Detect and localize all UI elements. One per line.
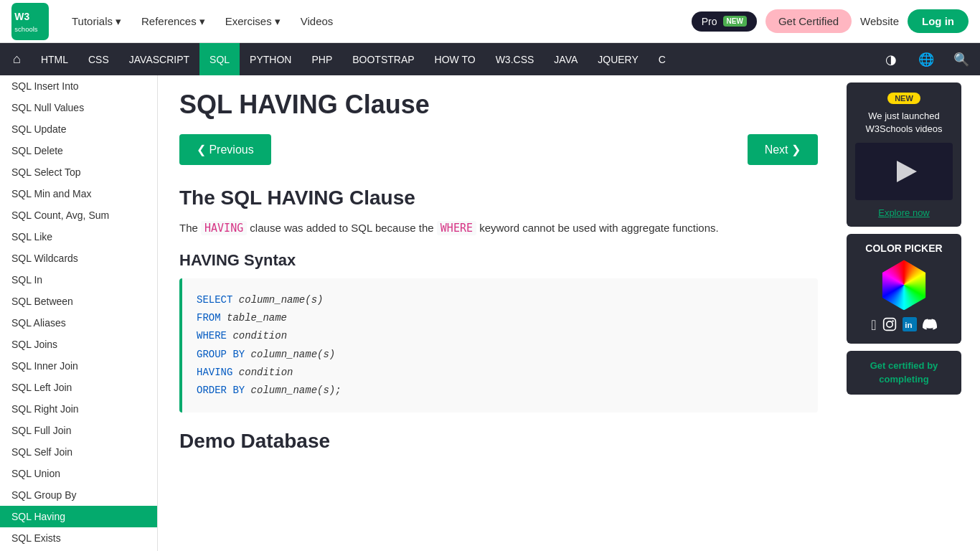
sidebar-item-sql-inner-join[interactable]: SQL Inner Join bbox=[0, 355, 157, 377]
subsection-title: HAVING Syntax bbox=[179, 251, 818, 270]
exercises-nav[interactable]: Exercises ▾ bbox=[217, 9, 289, 34]
css-nav[interactable]: CSS bbox=[78, 43, 119, 75]
sidebar-item-sql-delete[interactable]: SQL Delete bbox=[0, 140, 157, 161]
videos-nav[interactable]: Videos bbox=[292, 9, 342, 34]
sidebar-item-sql-left-join[interactable]: SQL Left Join bbox=[0, 377, 157, 398]
sidebar-item-sql-in[interactable]: SQL In bbox=[0, 269, 157, 291]
sidebar-item-sql-count-avg-sum[interactable]: SQL Count, Avg, Sum bbox=[0, 204, 157, 226]
nav-right: Pro NEW Get Certified Website Log in bbox=[692, 9, 969, 33]
sidebar-item-sql-insert-into[interactable]: SQL Insert Into bbox=[0, 75, 157, 97]
nav-icons-right: ◑ 🌐 🔍 bbox=[875, 43, 977, 75]
howto-nav[interactable]: HOW TO bbox=[425, 43, 486, 75]
svg-point-7 bbox=[892, 321, 894, 323]
cert-green-text: Get certified bbox=[870, 360, 925, 371]
javascript-nav[interactable]: JAVASCRIPT bbox=[119, 43, 199, 75]
php-nav[interactable]: PHP bbox=[301, 43, 342, 75]
main-layout: SQL Insert Into SQL Null Values SQL Upda… bbox=[0, 75, 980, 551]
sidebar: SQL Insert Into SQL Null Values SQL Upda… bbox=[0, 75, 158, 551]
color-wheel[interactable] bbox=[879, 260, 929, 310]
section1-title: The SQL HAVING Clause bbox=[179, 187, 818, 209]
instagram-icon[interactable] bbox=[882, 317, 897, 335]
bootstrap-nav[interactable]: BOOTSTRAP bbox=[342, 43, 424, 75]
sidebar-item-sql-group-by[interactable]: SQL Group By bbox=[0, 484, 157, 506]
sidebar-item-sql-update[interactable]: SQL Update bbox=[0, 118, 157, 140]
w3css-nav[interactable]: W3.CSS bbox=[486, 43, 545, 75]
sidebar-item-sql-between[interactable]: SQL Between bbox=[0, 291, 157, 312]
page-title: SQL HAVING Clause bbox=[179, 90, 818, 120]
pro-label: Pro bbox=[702, 16, 717, 27]
sidebar-item-sql-union[interactable]: SQL Union bbox=[0, 463, 157, 484]
sidebar-item-sql-like[interactable]: SQL Like bbox=[0, 226, 157, 248]
chevron-down-icon: ▾ bbox=[275, 15, 281, 28]
sidebar-item-sql-select-top[interactable]: SQL Select Top bbox=[0, 161, 157, 183]
home-nav[interactable]: ⌂ bbox=[3, 43, 31, 75]
sidebar-item-sql-joins[interactable]: SQL Joins bbox=[0, 334, 157, 355]
where-keyword-code: WHERE bbox=[197, 330, 227, 342]
promo-text: We just launched W3Schools videos bbox=[855, 110, 953, 136]
sidebar-item-sql-having[interactable]: SQL Having bbox=[0, 506, 157, 527]
language-button[interactable]: 🌐 bbox=[910, 43, 942, 75]
chevron-down-icon: ▾ bbox=[199, 15, 205, 28]
jquery-nav[interactable]: JQUERY bbox=[588, 43, 649, 75]
sidebar-item-sql-full-join[interactable]: SQL Full Join bbox=[0, 420, 157, 441]
sidebar-item-sql-self-join[interactable]: SQL Self Join bbox=[0, 441, 157, 463]
sidebar-item-sql-aliases[interactable]: SQL Aliases bbox=[0, 312, 157, 334]
login-button[interactable]: Log in bbox=[908, 9, 969, 33]
svg-point-6 bbox=[886, 321, 892, 327]
theme-toggle-button[interactable]: ◑ bbox=[875, 43, 907, 75]
having-keyword-code: HAVING bbox=[197, 367, 232, 378]
c-nav[interactable]: C bbox=[649, 43, 676, 75]
code-line-2: FROM table_name bbox=[197, 309, 804, 327]
svg-text:W3: W3 bbox=[14, 11, 29, 22]
get-certified-button[interactable]: Get Certified bbox=[765, 9, 852, 33]
code-groupby-cols: column_name(s) bbox=[245, 349, 335, 360]
description-after-where: keyword cannot be used with aggregate fu… bbox=[476, 222, 719, 234]
code-line-1: SELECT column_name(s) bbox=[197, 291, 804, 309]
svg-text:schools: schools bbox=[14, 24, 38, 32]
html-nav[interactable]: HTML bbox=[31, 43, 78, 75]
video-preview-icon bbox=[882, 154, 925, 189]
video-thumbnail bbox=[855, 143, 953, 200]
explore-link[interactable]: Explore now bbox=[878, 207, 930, 218]
linkedin-icon[interactable]: in bbox=[903, 317, 917, 335]
facebook-icon[interactable]:  bbox=[871, 317, 876, 335]
code-condition1: condition bbox=[227, 330, 287, 342]
references-nav[interactable]: References ▾ bbox=[133, 9, 214, 34]
from-keyword: FROM bbox=[197, 312, 221, 324]
description-middle: clause was added to SQL because the bbox=[247, 222, 437, 234]
select-keyword: SELECT bbox=[197, 294, 232, 306]
w3schools-logo: W3 schools bbox=[11, 3, 49, 40]
sidebar-item-sql-min-max[interactable]: SQL Min and Max bbox=[0, 183, 157, 204]
code-line-5: HAVING condition bbox=[197, 364, 804, 382]
sidebar-item-sql-null-values[interactable]: SQL Null Values bbox=[0, 97, 157, 118]
videos-label: Videos bbox=[301, 15, 334, 27]
logo[interactable]: W3 schools bbox=[11, 3, 49, 40]
next-button[interactable]: Next ❯ bbox=[748, 134, 818, 165]
java-nav[interactable]: JAVA bbox=[544, 43, 588, 75]
discord-icon[interactable] bbox=[923, 317, 937, 335]
previous-button[interactable]: ❮ Previous bbox=[179, 134, 271, 165]
promo-card: NEW We just launched W3Schools videos Ex… bbox=[847, 83, 961, 227]
sql-nav[interactable]: SQL bbox=[199, 43, 240, 75]
right-sidebar: NEW We just launched W3Schools videos Ex… bbox=[839, 75, 969, 551]
description: The HAVING clause was added to SQL becau… bbox=[179, 220, 818, 237]
code-orderby-cols: column_name(s); bbox=[245, 385, 341, 396]
code-line-4: GROUP BY column_name(s) bbox=[197, 346, 804, 364]
exercises-label: Exercises bbox=[225, 15, 272, 27]
description-before-having: The bbox=[179, 222, 201, 234]
sidebar-item-sql-right-join[interactable]: SQL Right Join bbox=[0, 398, 157, 420]
sidebar-item-sql-exists[interactable]: SQL Exists bbox=[0, 527, 157, 549]
search-button[interactable]: 🔍 bbox=[945, 43, 977, 75]
globe-icon: 🌐 bbox=[918, 52, 934, 67]
pro-badge[interactable]: Pro NEW bbox=[692, 11, 757, 32]
cert-card: Get certified by completing bbox=[847, 351, 961, 394]
sidebar-item-sql-wildcards[interactable]: SQL Wildcards bbox=[0, 248, 157, 269]
chevron-down-icon: ▾ bbox=[116, 15, 121, 28]
website-link[interactable]: Website bbox=[860, 15, 899, 27]
color-picker-title: COLOR PICKER bbox=[855, 242, 953, 254]
tutorials-label: Tutorials bbox=[72, 15, 113, 27]
code-line-3: WHERE condition bbox=[197, 327, 804, 345]
tutorials-nav[interactable]: Tutorials ▾ bbox=[63, 9, 130, 34]
python-nav[interactable]: PYTHON bbox=[240, 43, 301, 75]
second-navigation: ⌂ HTML CSS JAVASCRIPT SQL PYTHON PHP BOO… bbox=[0, 43, 980, 75]
